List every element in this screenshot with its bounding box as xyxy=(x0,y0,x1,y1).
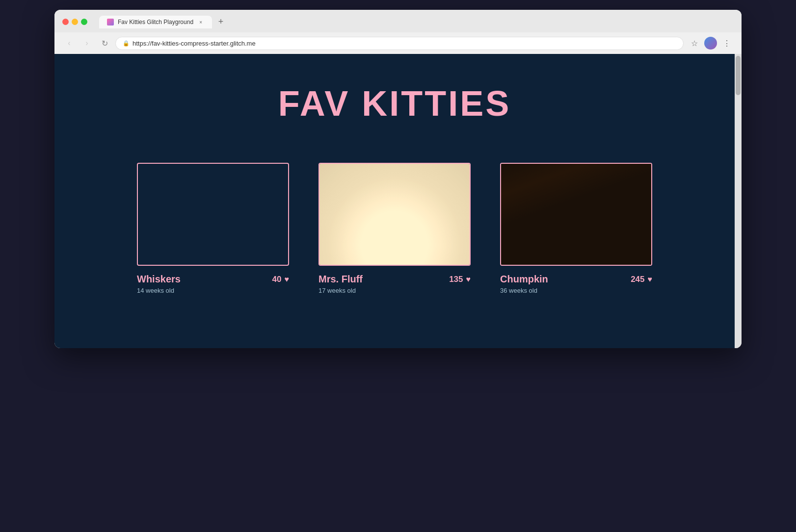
page-content: FAV KITTIES Whiskers 14 weeks old xyxy=(54,54,735,348)
cat-age-mrs-fluff: 17 weeks old xyxy=(318,287,363,294)
tab-title: Fav Kitties Glitch Playground xyxy=(118,19,193,25)
content-with-scrollbar: FAV KITTIES Whiskers 14 weeks old xyxy=(54,54,742,348)
active-tab[interactable]: Fav Kitties Glitch Playground × xyxy=(99,16,212,28)
chumpkin-likes-count: 245 xyxy=(631,275,644,284)
maximize-button[interactable] xyxy=(81,19,87,25)
browser-controls: Fav Kitties Glitch Playground × + xyxy=(62,15,734,28)
cat-card-whiskers: Whiskers 14 weeks old 40 ♥ xyxy=(137,163,289,294)
close-button[interactable] xyxy=(62,19,69,25)
cat-card-mrs-fluff: Mrs. Fluff 17 weeks old 135 ♥ xyxy=(318,163,471,294)
browser-window: Fav Kitties Glitch Playground × + ‹ › ↻ … xyxy=(54,10,742,348)
cat-info-whiskers: Whiskers 14 weeks old 40 ♥ xyxy=(137,274,289,294)
tab-favicon xyxy=(107,19,114,25)
heart-icon-whiskers[interactable]: ♥ xyxy=(285,275,290,284)
reload-button[interactable]: ↻ xyxy=(98,36,111,50)
cat-details-chumpkin: Chumpkin 36 weeks old xyxy=(500,274,548,294)
cat-likes-mrs-fluff: 135 ♥ xyxy=(449,275,471,284)
page-content-area: FAV KITTIES Whiskers 14 weeks old xyxy=(54,54,735,348)
star-icon: ☆ xyxy=(691,39,698,48)
heart-icon-chumpkin[interactable]: ♥ xyxy=(648,275,653,284)
cat-name-chumpkin: Chumpkin xyxy=(500,274,548,285)
browser-titlebar: Fav Kitties Glitch Playground × + xyxy=(54,10,742,32)
cats-grid: Whiskers 14 weeks old 40 ♥ xyxy=(100,163,689,294)
cat-image-whiskers xyxy=(137,163,289,266)
tab-close-button[interactable]: × xyxy=(197,19,204,25)
whiskers-photo xyxy=(138,164,288,265)
address-bar[interactable]: 🔒 https://fav-kitties-compress-starter.g… xyxy=(115,37,684,50)
minimize-button[interactable] xyxy=(72,19,78,25)
cat-info-mrs-fluff: Mrs. Fluff 17 weeks old 135 ♥ xyxy=(318,274,471,294)
cat-image-chumpkin xyxy=(500,163,652,266)
new-tab-button[interactable]: + xyxy=(214,15,228,28)
reload-icon: ↻ xyxy=(102,39,108,48)
cat-card-chumpkin: Chumpkin 36 weeks old 245 ♥ xyxy=(500,163,652,294)
bookmark-button[interactable]: ☆ xyxy=(688,36,701,50)
heart-icon-mrs-fluff[interactable]: ♥ xyxy=(466,275,471,284)
cat-likes-chumpkin: 245 ♥ xyxy=(631,275,652,284)
cat-name-whiskers: Whiskers xyxy=(137,274,181,285)
cat-details-whiskers: Whiskers 14 weeks old xyxy=(137,274,181,294)
cat-age-whiskers: 14 weeks old xyxy=(137,287,181,294)
whiskers-likes-count: 40 xyxy=(272,275,282,284)
cat-image-mrs-fluff xyxy=(318,163,471,266)
tab-bar: Fav Kitties Glitch Playground × + xyxy=(99,15,228,28)
profile-avatar[interactable] xyxy=(704,37,717,50)
traffic-lights xyxy=(62,19,87,25)
forward-icon: › xyxy=(85,39,88,48)
cat-name-mrs-fluff: Mrs. Fluff xyxy=(318,274,363,285)
page-title: FAV KITTIES xyxy=(278,83,511,124)
cat-info-chumpkin: Chumpkin 36 weeks old 245 ♥ xyxy=(500,274,652,294)
browser-toolbar: ‹ › ↻ 🔒 https://fav-kitties-compress-sta… xyxy=(54,32,742,54)
chumpkin-photo xyxy=(501,164,651,265)
vertical-scrollbar[interactable] xyxy=(735,54,742,348)
more-icon: ⋮ xyxy=(723,39,731,48)
back-icon: ‹ xyxy=(68,39,70,48)
toolbar-right: ☆ ⋮ xyxy=(688,36,734,50)
mrs-fluff-likes-count: 135 xyxy=(449,275,463,284)
cat-age-chumpkin: 36 weeks old xyxy=(500,287,548,294)
more-button[interactable]: ⋮ xyxy=(720,36,734,50)
lock-icon: 🔒 xyxy=(123,40,130,47)
forward-button[interactable]: › xyxy=(80,36,94,50)
scrollbar-handle[interactable] xyxy=(736,56,741,95)
mrs-fluff-photo xyxy=(319,164,470,265)
url-text: https://fav-kitties-compress-starter.gli… xyxy=(133,40,256,47)
cat-details-mrs-fluff: Mrs. Fluff 17 weeks old xyxy=(318,274,363,294)
back-button[interactable]: ‹ xyxy=(62,36,76,50)
cat-likes-whiskers: 40 ♥ xyxy=(272,275,289,284)
